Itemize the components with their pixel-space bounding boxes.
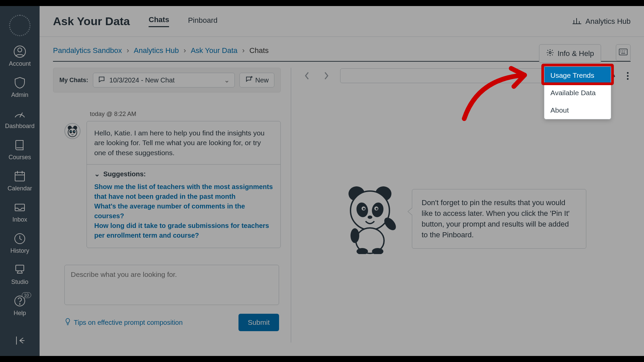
chevron-down-icon: ⌄ [94, 170, 100, 178]
info-help-label: Info & Help [557, 49, 594, 58]
next-result-button[interactable] [321, 70, 332, 81]
chevron-right-icon: › [126, 46, 129, 55]
top-bar: Ask Your Data Chats Pinboard Analytics H… [40, 6, 644, 37]
svg-point-55 [351, 228, 359, 243]
chat-selector-dropdown[interactable]: 10/3/2024 - New Chat ⌄ [93, 73, 235, 87]
svg-rect-10 [16, 265, 24, 271]
nav-dashboard[interactable]: Dashboard [5, 107, 35, 130]
nav-label-history: History [10, 247, 29, 254]
nav-label-help: Help [13, 310, 26, 317]
tips-label: Tips on effective prompt composition [74, 319, 183, 326]
chevron-right-icon: › [183, 46, 186, 55]
crumb-hub[interactable]: Analytics Hub [134, 46, 179, 55]
shield-icon [13, 76, 26, 89]
suggestion-link[interactable]: Show me the list of teachers with the mo… [94, 182, 273, 201]
chat-toolbar: My Chats: 10/3/2024 - New Chat ⌄ New [53, 68, 281, 93]
page-title: Ask Your Data [53, 15, 130, 28]
main-area: Ask Your Data Chats Pinboard Analytics H… [40, 6, 644, 356]
app-logo-icon [9, 15, 31, 36]
crumb-ask[interactable]: Ask Your Data [191, 46, 237, 55]
svg-point-12 [19, 304, 20, 304]
svg-point-52 [376, 208, 378, 210]
crumb-sandbox[interactable]: Pandalytics Sandbox [53, 46, 122, 55]
nav-label-courses: Courses [8, 154, 31, 161]
svg-rect-4 [15, 172, 24, 181]
tips-link[interactable]: Tips on effective prompt composition [64, 318, 183, 327]
chevron-down-icon: ⌄ [224, 76, 230, 84]
svg-point-50 [363, 208, 365, 210]
svg-rect-20 [619, 49, 627, 55]
studio-icon [13, 263, 26, 277]
panda-mascot-icon [341, 184, 398, 254]
lightbulb-icon [64, 318, 71, 327]
svg-line-43 [611, 75, 612, 76]
menu-item-available-data[interactable]: Available Data [544, 84, 611, 102]
nav-courses[interactable]: Courses [8, 138, 31, 161]
gear-icon [546, 49, 554, 59]
nav-label-calendar: Calendar [7, 185, 32, 192]
tab-chats[interactable]: Chats [149, 15, 169, 27]
input-footer: Tips on effective prompt composition Sub… [64, 314, 279, 331]
hub-link-label: Analytics Hub [585, 17, 631, 26]
nav-label-inbox: Inbox [12, 216, 27, 223]
prompt-input[interactable] [64, 265, 279, 305]
chevron-right-icon: › [242, 46, 245, 55]
new-chat-label: New [255, 76, 269, 84]
analytics-hub-link[interactable]: Analytics Hub [573, 17, 631, 26]
crumb-current: Chats [249, 46, 268, 55]
suggestions-title: Suggestions: [103, 170, 146, 178]
empty-state: Don't forget to pin the results that you… [301, 184, 631, 254]
more-options-button[interactable] [625, 72, 631, 80]
suggestions-block: ⌄ Suggestions: Show me the list of teach… [87, 164, 280, 248]
tab-pinboard[interactable]: Pinboard [188, 16, 217, 27]
clock-icon [13, 232, 26, 245]
collapse-left-icon [13, 334, 26, 347]
inbox-icon [13, 201, 26, 214]
suggestions-header[interactable]: ⌄ Suggestions: [94, 170, 273, 178]
new-chat-icon [245, 76, 253, 85]
nav-studio[interactable]: Studio [11, 263, 28, 286]
bot-message-bubble: Hello, Katie. I am here to help you find… [87, 121, 281, 248]
nav-admin[interactable]: Admin [11, 76, 28, 99]
new-chat-button[interactable]: New [239, 73, 274, 87]
keyboard-shortcuts-button[interactable] [616, 44, 631, 61]
nav-history[interactable]: History [10, 232, 29, 254]
bot-avatar [64, 123, 80, 139]
nav-label-studio: Studio [11, 279, 28, 286]
gauge-icon [13, 107, 26, 121]
panda-tip-bubble: Don't forget to pin the results that you… [412, 189, 586, 249]
message-row: Hello, Katie. I am here to help you find… [64, 121, 281, 248]
chat-selected-value: 10/3/2024 - New Chat [109, 76, 175, 84]
nav-calendar[interactable]: Calendar [7, 170, 32, 192]
prev-result-button[interactable] [301, 70, 313, 81]
suggestion-link[interactable]: What's the average number of comments in… [94, 201, 273, 221]
user-circle-icon [13, 45, 26, 58]
chat-panel: My Chats: 10/3/2024 - New Chat ⌄ New tod… [53, 68, 291, 343]
bot-message-text: Hello, Katie. I am here to help you find… [87, 121, 280, 164]
keyboard-icon [619, 49, 628, 57]
suggestion-link[interactable]: How long did it take to grade submission… [94, 221, 273, 240]
help-icon: 10 [13, 294, 26, 308]
calendar-icon [13, 170, 26, 183]
svg-point-36 [71, 131, 72, 132]
nav-label-account: Account [9, 60, 31, 67]
svg-point-37 [74, 131, 75, 132]
global-nav-rail: Account Admin Dashboard Courses Calendar… [0, 6, 40, 356]
nav-collapse[interactable] [13, 334, 26, 347]
nav-help[interactable]: 10 Help [13, 294, 26, 317]
my-chats-label: My Chats: [59, 77, 88, 84]
svg-point-33 [68, 128, 77, 137]
nav-account[interactable]: Account [9, 45, 31, 67]
menu-item-usage-trends[interactable]: Usage Trends [544, 67, 611, 84]
menu-item-about[interactable]: About [544, 102, 611, 119]
info-help-button[interactable]: Info & Help [539, 44, 601, 63]
message-timestamp: today @ 8:22 AM [90, 111, 281, 118]
bar-chart-icon [573, 17, 582, 26]
info-help-dropdown-menu: Usage Trends Available Data About [544, 66, 611, 119]
help-badge-count: 10 [22, 292, 31, 298]
submit-button[interactable]: Submit [238, 314, 279, 331]
svg-point-19 [549, 52, 551, 54]
chat-bubble-icon [98, 76, 105, 85]
nav-inbox[interactable]: Inbox [12, 201, 27, 223]
book-icon [13, 138, 26, 152]
